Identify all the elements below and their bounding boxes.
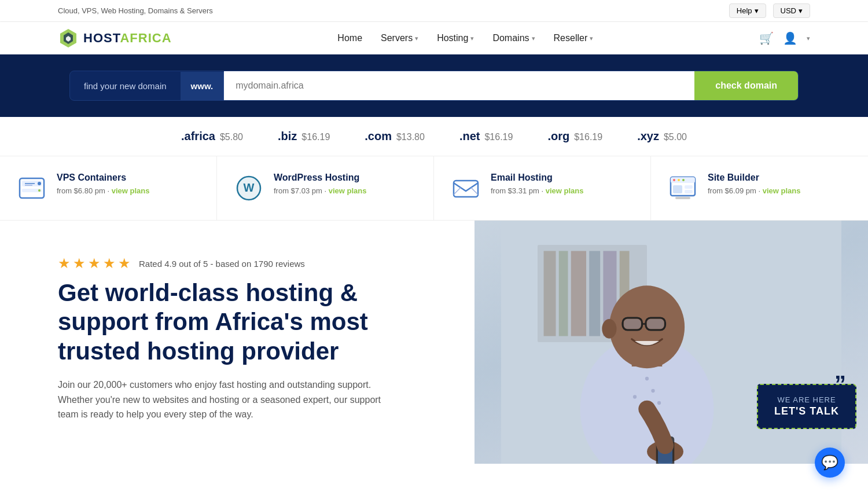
header-actions: 🛒 👤 ▾: [759, 31, 810, 45]
nav-reseller[interactable]: Reseller ▾: [554, 33, 594, 43]
service-card-email[interactable]: Email Hosting from $3.31 pm · view plans: [434, 156, 651, 220]
service-title: Email Hosting: [491, 173, 583, 183]
svg-point-7: [38, 189, 41, 192]
chevron-down-icon: ▾: [532, 35, 535, 42]
domain-item[interactable]: .biz$16.19: [278, 130, 330, 143]
view-plans-link[interactable]: view plans: [329, 186, 367, 195]
service-title: Site Builder: [708, 173, 800, 183]
help-button[interactable]: Help ▾: [729, 3, 766, 18]
service-pricing: from $3.31 pm · view plans: [491, 186, 583, 195]
service-info-email: Email Hosting from $3.31 pm · view plans: [491, 173, 583, 195]
view-plans-link[interactable]: view plans: [546, 186, 584, 195]
domain-ext: .org: [547, 130, 569, 143]
service-icon-vps: [16, 173, 47, 204]
domain-search-input[interactable]: [224, 71, 694, 100]
hero-image-area: ” WE ARE HERE LET'S TALK: [475, 221, 868, 464]
domain-item[interactable]: .com$13.80: [365, 130, 425, 143]
service-pricing: from $6.80 pm · view plans: [57, 186, 149, 195]
svg-point-39: [645, 377, 649, 380]
svg-rect-23: [685, 190, 693, 193]
chevron-down-icon: ▾: [799, 6, 803, 15]
www-badge: www.: [181, 72, 225, 100]
service-info-sitebuilder: Site Builder from $6.09 pm · view plans: [708, 173, 800, 195]
service-icon-email: [450, 173, 481, 204]
logo-text: HOSTAFRICA: [83, 31, 172, 46]
chevron-down-icon: ▾: [590, 35, 593, 42]
domain-price: $16.19: [574, 132, 602, 142]
logo[interactable]: HOSTAFRICA: [58, 28, 172, 49]
nav-servers[interactable]: Servers ▾: [381, 33, 418, 43]
service-pricing: from $6.09 pm · view plans: [708, 186, 800, 195]
star-4: ★: [103, 255, 116, 272]
logo-icon: [58, 28, 79, 49]
star-3: ★: [88, 255, 101, 272]
star-rating: ★ ★ ★ ★ ★ Rated 4.9 out of 5 - based on …: [58, 255, 417, 272]
search-label: find your new domain: [70, 81, 181, 91]
svg-rect-21: [673, 185, 682, 193]
hero-left: ★ ★ ★ ★ ★ Rated 4.9 out of 5 - based on …: [0, 221, 475, 464]
chevron-down-icon: ▾: [807, 35, 810, 42]
domain-ext: .biz: [278, 130, 297, 143]
quote-bubble[interactable]: ” WE ARE HERE LET'S TALK: [757, 384, 856, 429]
svg-point-36: [651, 389, 654, 393]
svg-point-5: [38, 182, 41, 185]
nav-home[interactable]: Home: [337, 33, 362, 43]
service-title: VPS Containers: [57, 173, 149, 183]
domain-price: $16.19: [301, 132, 330, 142]
svg-point-18: [673, 179, 675, 181]
domain-price: $5.80: [220, 132, 243, 142]
svg-line-14: [454, 188, 461, 195]
view-plans-link[interactable]: view plans: [112, 186, 150, 195]
domain-item[interactable]: .org$16.19: [547, 130, 602, 143]
service-title: WordPress Hosting: [274, 173, 366, 183]
currency-button[interactable]: USD ▾: [773, 3, 810, 18]
topbar-tagline: Cloud, VPS, Web Hosting, Domains & Serve…: [58, 6, 213, 15]
svg-line-15: [471, 188, 478, 195]
svg-point-20: [682, 179, 685, 181]
domain-price: $16.19: [484, 132, 513, 142]
rating-text: Rated 4.9 out of 5 - based on 1790 revie…: [139, 259, 305, 269]
svg-point-47: [602, 319, 616, 339]
service-card-sitebuilder[interactable]: Site Builder from $6.09 pm · view plans: [651, 156, 868, 220]
chevron-down-icon: ▾: [755, 6, 759, 15]
svg-rect-22: [685, 185, 693, 189]
service-card-wordpress[interactable]: W WordPress Hosting from $7.03 pm · view…: [217, 156, 434, 220]
service-pricing: from $7.03 pm · view plans: [274, 186, 366, 195]
service-icon-sitebuilder: [667, 173, 698, 204]
domain-ext: .com: [365, 130, 392, 143]
nav-hosting[interactable]: Hosting ▾: [437, 33, 474, 43]
domain-item[interactable]: .net$16.19: [459, 130, 513, 143]
svg-text:W: W: [244, 181, 255, 194]
svg-point-19: [678, 179, 680, 181]
star-5: ★: [118, 255, 131, 272]
service-card-vps[interactable]: VPS Containers from $6.80 pm · view plan…: [0, 156, 217, 220]
chevron-down-icon: ▾: [470, 35, 474, 42]
view-plans-link[interactable]: view plans: [763, 186, 801, 195]
search-bar: find your new domain www. check domain: [69, 71, 799, 101]
domain-price: $13.80: [396, 132, 425, 142]
domain-price: $5.00: [664, 132, 687, 142]
domain-item[interactable]: .africa$5.80: [181, 130, 243, 143]
svg-rect-46: [647, 319, 664, 329]
svg-point-38: [657, 401, 661, 405]
svg-rect-24: [675, 197, 690, 199]
service-info-wordpress: WordPress Hosting from $7.03 pm · view p…: [274, 173, 366, 195]
quote-line2: LET'S TALK: [774, 405, 839, 417]
star-2: ★: [73, 255, 86, 272]
cart-icon[interactable]: 🛒: [759, 31, 774, 45]
hero-description: Join our 20,000+ customers who enjoy fas…: [58, 377, 393, 422]
chevron-down-icon: ▾: [415, 35, 418, 42]
star-1: ★: [58, 255, 71, 272]
nav-domains[interactable]: Domains ▾: [492, 33, 535, 43]
domain-item[interactable]: .xyz$5.00: [637, 130, 687, 143]
svg-rect-45: [624, 319, 641, 329]
header: HOSTAFRICA Home Servers ▾ Hosting ▾ Doma…: [0, 22, 868, 54]
check-domain-button[interactable]: check domain: [694, 71, 798, 100]
chat-icon: 💬: [821, 454, 838, 464]
hero-title: Get world-class hosting & support from A…: [58, 278, 417, 366]
svg-point-35: [633, 395, 637, 398]
search-section: find your new domain www. check domain: [0, 54, 868, 117]
quote-mark: ”: [834, 372, 846, 395]
topbar-right: Help ▾ USD ▾: [729, 3, 810, 18]
user-icon[interactable]: 👤: [783, 31, 797, 45]
